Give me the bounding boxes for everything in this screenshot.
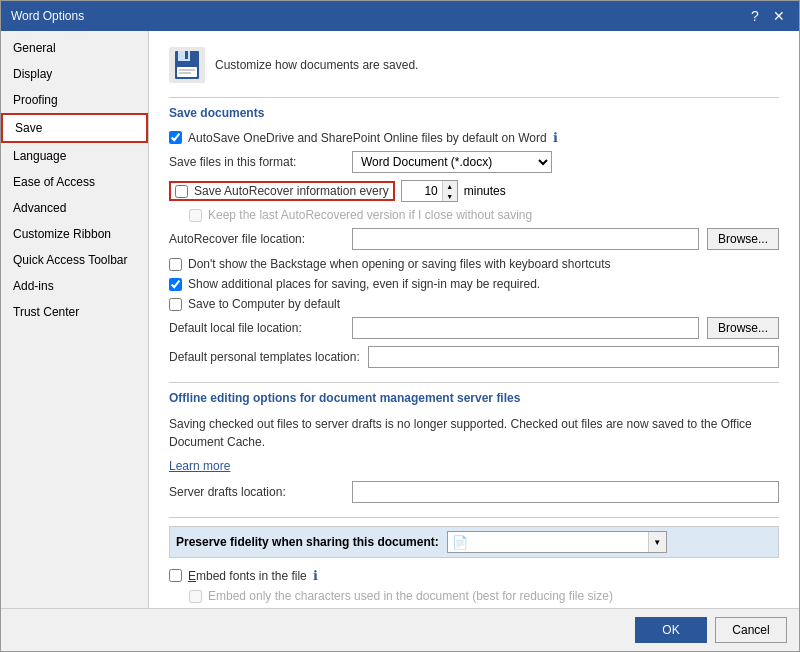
- default-templates-row: Default personal templates location:: [169, 346, 779, 368]
- main-content: Customize how documents are saved. Save …: [149, 31, 799, 608]
- dialog-body: General Display Proofing Save Language E…: [1, 31, 799, 608]
- autorecover-location-label: AutoRecover file location:: [169, 232, 344, 246]
- svg-rect-5: [179, 69, 195, 71]
- autosave-checkbox[interactable]: [169, 131, 182, 144]
- embed-fonts-label: Embed fonts in the file: [188, 569, 307, 583]
- show-additional-row: Show additional places for saving, even …: [169, 277, 779, 291]
- sidebar-item-quick-access-toolbar[interactable]: Quick Access Toolbar: [1, 247, 148, 273]
- no-backstage-checkbox[interactable]: [169, 258, 182, 271]
- help-button[interactable]: ?: [745, 6, 765, 26]
- default-templates-input[interactable]: [368, 346, 779, 368]
- sidebar: General Display Proofing Save Language E…: [1, 31, 149, 608]
- browse2-button[interactable]: Browse...: [707, 317, 779, 339]
- svg-rect-3: [185, 51, 188, 59]
- ok-button[interactable]: OK: [635, 617, 707, 643]
- offline-editing-group: Offline editing options for document man…: [169, 382, 779, 503]
- autorecover-location-row: AutoRecover file location: C:\Users\admi…: [169, 228, 779, 250]
- embed-fonts-label-text: mbed fonts in the file: [196, 569, 307, 583]
- dialog-title: Word Options: [11, 9, 84, 23]
- sidebar-item-add-ins[interactable]: Add-ins: [1, 273, 148, 299]
- sidebar-item-display[interactable]: Display: [1, 61, 148, 87]
- keep-last-checkbox: [189, 209, 202, 222]
- save-format-select[interactable]: Word Document (*.docx): [352, 151, 552, 173]
- embed-info-icon: ℹ: [313, 568, 318, 583]
- autorecover-label: Save AutoRecover information every: [194, 184, 389, 198]
- sidebar-item-ease-of-access[interactable]: Ease of Access: [1, 169, 148, 195]
- save-documents-group: Save documents AutoSave OneDrive and Sha…: [169, 97, 779, 368]
- preserve-fidelity-label: Preserve fidelity when sharing this docu…: [176, 535, 439, 549]
- browse1-button[interactable]: Browse...: [707, 228, 779, 250]
- sidebar-item-customize-ribbon[interactable]: Customize Ribbon: [1, 221, 148, 247]
- title-bar: Word Options ? ✕: [1, 1, 799, 31]
- combo-arrow-icon[interactable]: ▼: [648, 532, 666, 552]
- keep-last-label: Keep the last AutoRecovered version if I…: [208, 208, 532, 222]
- no-backstage-label: Don't show the Backstage when opening or…: [188, 257, 611, 271]
- sidebar-item-trust-center[interactable]: Trust Center: [1, 299, 148, 325]
- embed-fonts-row: Embed fonts in the file ℹ: [169, 568, 779, 583]
- autorecover-value-input[interactable]: 10: [402, 181, 442, 201]
- learn-more-link[interactable]: Learn more: [169, 459, 779, 473]
- save-documents-title: Save documents: [169, 106, 779, 120]
- close-button[interactable]: ✕: [769, 6, 789, 26]
- show-additional-checkbox[interactable]: [169, 278, 182, 291]
- doc-icon-small: 📄: [448, 533, 472, 552]
- autosave-row: AutoSave OneDrive and SharePoint Online …: [169, 130, 779, 145]
- embed-fonts-underline: E: [188, 569, 196, 583]
- document-combo: 📄 OMT - Wellspring Hop dong SchoolOnlin.…: [447, 531, 667, 553]
- title-bar-controls: ? ✕: [745, 6, 789, 26]
- bottom-bar: OK Cancel: [1, 608, 799, 651]
- save-to-computer-checkbox[interactable]: [169, 298, 182, 311]
- server-drafts-row: Server drafts location: C:\Users\admin\O…: [169, 481, 779, 503]
- save-format-label: Save files in this format:: [169, 155, 344, 169]
- autorecover-location-input[interactable]: C:\Users\admin\AppData\Roaming\Microsoft…: [352, 228, 699, 250]
- server-drafts-input[interactable]: C:\Users\admin\OneDrive\Documents\ShareP…: [352, 481, 779, 503]
- header-text: Customize how documents are saved.: [215, 58, 418, 72]
- cancel-button[interactable]: Cancel: [715, 617, 787, 643]
- show-additional-label: Show additional places for saving, even …: [188, 277, 540, 291]
- embed-fonts-checkbox[interactable]: [169, 569, 182, 582]
- server-drafts-label: Server drafts location:: [169, 485, 344, 499]
- preserve-fidelity-header: Preserve fidelity when sharing this docu…: [169, 526, 779, 558]
- autorecover-spinbox: 10 ▲ ▼: [401, 180, 458, 202]
- word-options-dialog: Word Options ? ✕ General Display Proofin…: [0, 0, 800, 652]
- spin-buttons: ▲ ▼: [442, 181, 457, 201]
- default-local-row: Default local file location: C:\Users\ad…: [169, 317, 779, 339]
- preserve-fidelity-group: Preserve fidelity when sharing this docu…: [169, 517, 779, 608]
- section-header: Customize how documents are saved.: [169, 47, 779, 83]
- offline-editing-title: Offline editing options for document man…: [169, 391, 779, 405]
- save-format-row: Save files in this format: Word Document…: [169, 151, 779, 173]
- svg-rect-6: [179, 72, 191, 74]
- embed-chars-label: Embed only the characters used in the do…: [208, 589, 613, 603]
- default-local-label: Default local file location:: [169, 321, 344, 335]
- svg-rect-2: [178, 51, 190, 61]
- autosave-label: AutoSave OneDrive and SharePoint Online …: [188, 131, 547, 145]
- save-to-computer-row: Save to Computer by default: [169, 297, 779, 311]
- spin-down-button[interactable]: ▼: [443, 191, 457, 201]
- sidebar-item-general[interactable]: General: [1, 35, 148, 61]
- sidebar-item-proofing[interactable]: Proofing: [1, 87, 148, 113]
- offline-info-text: Saving checked out files to server draft…: [169, 415, 779, 451]
- save-icon: [169, 47, 205, 83]
- embed-chars-row: Embed only the characters used in the do…: [169, 589, 779, 603]
- save-to-computer-label: Save to Computer by default: [188, 297, 340, 311]
- info-icon: ℹ: [553, 130, 558, 145]
- sidebar-item-advanced[interactable]: Advanced: [1, 195, 148, 221]
- autorecover-checkbox[interactable]: [175, 185, 188, 198]
- autorecover-unit: minutes: [464, 184, 506, 198]
- document-name-input[interactable]: OMT - Wellspring Hop dong SchoolOnlin...: [472, 532, 648, 552]
- sidebar-item-save[interactable]: Save: [1, 113, 148, 143]
- default-local-input[interactable]: C:\Users\admin\OneDrive\Documents\: [352, 317, 699, 339]
- sidebar-item-language[interactable]: Language: [1, 143, 148, 169]
- no-backstage-row: Don't show the Backstage when opening or…: [169, 257, 779, 271]
- autorecover-highlight-box: Save AutoRecover information every: [169, 181, 395, 201]
- autorecover-row: Save AutoRecover information every 10 ▲ …: [169, 180, 779, 202]
- embed-chars-checkbox: [189, 590, 202, 603]
- spin-up-button[interactable]: ▲: [443, 181, 457, 191]
- keep-last-row: Keep the last AutoRecovered version if I…: [169, 208, 779, 222]
- default-templates-label: Default personal templates location:: [169, 350, 360, 364]
